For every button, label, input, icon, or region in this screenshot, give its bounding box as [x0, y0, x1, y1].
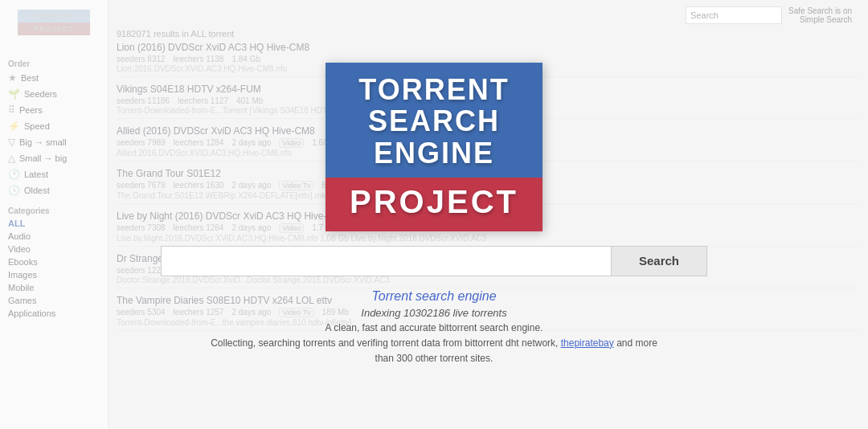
modal-desc-line2: Collecting, searching torrents and verif…: [211, 337, 558, 349]
modal-logo-line1: TORRENT: [342, 74, 526, 106]
modal-desc-line1: A clean, fast and accurate bittorrent se…: [326, 322, 543, 333]
modal-search-button[interactable]: Search: [611, 246, 707, 276]
modal-tagline: Torrent search engine: [371, 289, 496, 304]
modal-overlay: TORRENT SEARCH ENGINE PROJECT Search Tor…: [0, 0, 868, 429]
modal-logo-bottom: PROJECT: [326, 178, 542, 231]
modal-subtitle: Indexing 10302186 live torrents: [361, 307, 506, 319]
thepiratebay-link[interactable]: thepiratebay: [561, 337, 614, 349]
modal-logo-line3: ENGINE: [342, 137, 526, 170]
modal-logo-project: PROJECT: [342, 184, 526, 220]
modal-desc: A clean, fast and accurate bittorrent se…: [209, 321, 659, 367]
modal-logo-line2: SEARCH: [342, 105, 526, 137]
modal-logo: TORRENT SEARCH ENGINE PROJECT: [326, 63, 542, 231]
modal-search-row: Search: [161, 246, 707, 276]
modal-search-input[interactable]: [161, 246, 611, 276]
modal-logo-top: TORRENT SEARCH ENGINE: [326, 63, 542, 178]
